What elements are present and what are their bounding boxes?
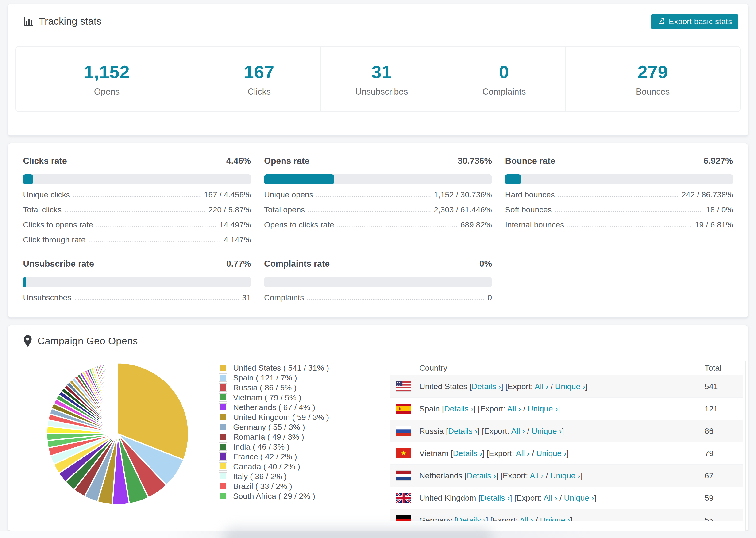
bracket: [ bbox=[442, 404, 444, 413]
rate-row-label: Total clicks bbox=[23, 205, 62, 214]
export-all-link[interactable]: All › bbox=[519, 516, 533, 521]
export-all-link[interactable]: All › bbox=[516, 449, 530, 458]
rate-section-unsubscribe-rate: Unsubscribe rate0.77%Unsubscribes31 bbox=[23, 259, 251, 302]
bracket: ] [Export: bbox=[510, 493, 544, 502]
rate-section-complaints-rate: Complaints rate0%Complaints0 bbox=[264, 259, 492, 302]
rate-rows: Unique opens1,152 / 30.736%Total opens2,… bbox=[264, 184, 492, 229]
tracking-stats-title: Tracking stats bbox=[39, 16, 102, 27]
rate-title: Bounce rate bbox=[505, 156, 555, 166]
rate-row-value: 19 / 6.81% bbox=[695, 220, 733, 229]
export-unique-link[interactable]: Unique › bbox=[555, 382, 585, 391]
dotted-leader bbox=[308, 211, 431, 212]
dotted-leader bbox=[96, 226, 216, 227]
details-link[interactable]: Details › bbox=[472, 382, 501, 391]
details-link[interactable]: Details › bbox=[448, 426, 477, 435]
details-link[interactable]: Details › bbox=[457, 516, 486, 521]
ru-flag-icon bbox=[396, 426, 419, 436]
nl-flag-icon bbox=[396, 470, 419, 481]
export-all-link[interactable]: All › bbox=[530, 471, 544, 480]
bottom-blur-shadow bbox=[223, 528, 493, 538]
export-unique-link[interactable]: Unique › bbox=[550, 471, 580, 480]
export-unique-link[interactable]: Unique › bbox=[540, 516, 570, 521]
details-link[interactable]: Details › bbox=[467, 471, 496, 480]
rate-row-label: Hard bounces bbox=[505, 190, 555, 199]
details-link[interactable]: Details › bbox=[481, 493, 510, 502]
rate-value: 0.77% bbox=[226, 259, 251, 269]
table-row-spain: Spain [Details ›] [Export: All › / Uniqu… bbox=[390, 398, 743, 420]
legend-swatch bbox=[219, 452, 227, 461]
legend-swatch-color bbox=[220, 375, 226, 381]
rate-row: Total opens2,303 / 61.446% bbox=[264, 199, 492, 214]
legend-label: Netherlands ( 67 / 4% ) bbox=[233, 403, 315, 412]
export-unique-link[interactable]: Unique › bbox=[531, 426, 562, 435]
stat-value: 31 bbox=[371, 62, 392, 82]
legend-item-france: France ( 42 / 2% ) bbox=[219, 452, 329, 461]
legend-item-netherlands: Netherlands ( 67 / 4% ) bbox=[219, 402, 329, 412]
dotted-leader bbox=[89, 241, 220, 242]
stat-unsubscribes: 31Unsubscribes bbox=[320, 47, 443, 112]
slash: / bbox=[533, 516, 540, 521]
rate-rows: Complaints0 bbox=[264, 287, 492, 302]
rate-title: Clicks rate bbox=[23, 156, 67, 166]
bracket: ] bbox=[585, 382, 587, 391]
geo-pie-chart bbox=[45, 361, 190, 508]
slash: / bbox=[525, 426, 531, 435]
rate-progress-bar bbox=[23, 174, 251, 184]
export-unique-link[interactable]: Unique › bbox=[536, 449, 567, 458]
total-cell: 86 bbox=[705, 426, 743, 436]
country-cell: United Kingdom [Details ›] [Export: All … bbox=[419, 493, 705, 503]
column-header-country: Country bbox=[419, 363, 705, 372]
legend-item-brazil: Brazil ( 33 / 2% ) bbox=[219, 481, 329, 491]
tracking-stats-card: Tracking stats Export basic stats 1,152O… bbox=[8, 4, 748, 136]
bar-chart-icon bbox=[23, 16, 34, 27]
legend-item-vietnam: Vietnam ( 79 / 5% ) bbox=[219, 393, 329, 402]
stats-summary: 1,152Opens167Clicks31Unsubscribes0Compla… bbox=[16, 46, 740, 112]
dotted-leader bbox=[337, 226, 457, 227]
rate-row-label: Unique clicks bbox=[23, 190, 70, 199]
export-all-link[interactable]: All › bbox=[507, 404, 521, 413]
rate-row: Clicks to opens rate14.497% bbox=[23, 214, 251, 229]
legend-label: United Kingdom ( 59 / 3% ) bbox=[233, 413, 329, 422]
bracket: [ bbox=[451, 449, 453, 458]
legend-label: Romania ( 49 / 3% ) bbox=[233, 432, 304, 442]
rate-progress-bar bbox=[23, 277, 251, 287]
export-all-link[interactable]: All › bbox=[511, 426, 525, 435]
bracket: [ bbox=[446, 426, 448, 435]
rate-value: 0% bbox=[479, 259, 492, 269]
rate-row: Unsubscribes31 bbox=[23, 287, 251, 302]
export-unique-link[interactable]: Unique › bbox=[564, 493, 594, 502]
legend-swatch bbox=[219, 383, 227, 392]
bracket: ] bbox=[558, 404, 560, 413]
legend-swatch-color bbox=[220, 434, 226, 440]
export-basic-stats-button[interactable]: Export basic stats bbox=[651, 14, 738, 29]
dotted-leader bbox=[555, 211, 703, 212]
legend-item-germany: Germany ( 55 / 3% ) bbox=[219, 422, 329, 432]
table-row-russia: Russia [Details ›] [Export: All › / Uniq… bbox=[390, 420, 743, 442]
dotted-leader bbox=[558, 196, 678, 197]
legend-swatch-color bbox=[220, 463, 226, 469]
details-link[interactable]: Details › bbox=[453, 449, 482, 458]
table-scrollbar[interactable] bbox=[745, 360, 746, 531]
stat-bounces: 279Bounces bbox=[565, 47, 740, 112]
geo-header: Campaign Geo Opens bbox=[8, 325, 748, 357]
export-all-link[interactable]: All › bbox=[535, 382, 549, 391]
export-button-label: Export basic stats bbox=[669, 17, 732, 26]
slash: / bbox=[549, 382, 555, 391]
de-flag-icon bbox=[396, 515, 419, 521]
rate-progress-bar bbox=[264, 277, 492, 287]
export-unique-link[interactable]: Unique › bbox=[527, 404, 558, 413]
rate-row-value: 1,152 / 30.736% bbox=[434, 190, 492, 199]
details-link[interactable]: Details › bbox=[444, 404, 473, 413]
legend-item-india: India ( 46 / 3% ) bbox=[219, 442, 329, 452]
stat-value: 1,152 bbox=[84, 62, 130, 82]
legend-item-united-kingdom: United Kingdom ( 59 / 3% ) bbox=[219, 412, 329, 422]
legend-item-italy: Italy ( 36 / 2% ) bbox=[219, 471, 329, 481]
country-name: United Kingdom bbox=[419, 493, 478, 502]
rate-progress-fill bbox=[23, 277, 26, 287]
country-name: United States bbox=[419, 382, 469, 391]
stat-label: Complaints bbox=[482, 87, 526, 97]
rate-row: Total clicks220 / 5.87% bbox=[23, 199, 251, 214]
dotted-leader bbox=[65, 211, 205, 212]
export-all-link[interactable]: All › bbox=[544, 493, 557, 502]
legend-label: Brazil ( 33 / 2% ) bbox=[233, 482, 292, 491]
